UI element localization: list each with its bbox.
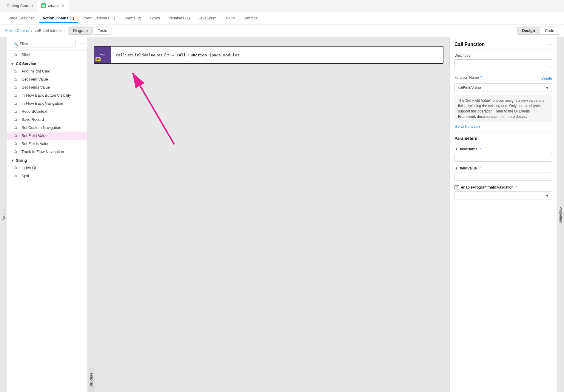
nav-page-designer[interactable]: Page Designer [5,13,38,23]
right-panel-header: Call Function ··· [450,37,557,50]
param-field-value-type-icon: ▲ [454,166,458,170]
breadcrumb-bar: Action Chains › vbEnterListener › Diagra… [0,24,564,37]
action-set-field-value[interactable]: fx Set Field Value [7,132,87,140]
param-field-value-label-row: ▲ fieldValue * [454,166,552,170]
nav-event-listeners[interactable]: Event Listeners (1) [79,13,119,23]
param-field-name-input[interactable] [454,153,552,162]
param-field-name: ▲ fieldName * [454,147,552,162]
tab-create[interactable]: ⬤ create ✕ [37,0,69,12]
action-index-of[interactable]: fx Index Of [7,164,87,172]
breadcrumb-sep1: › [31,28,32,33]
tab-getting-started[interactable]: Getting Started [2,0,37,12]
close-tab-button[interactable]: ✕ [62,4,65,8]
param-enable-prog-select-wrapper: ▼ [454,191,552,200]
tab-diagram[interactable]: Diagram [68,27,93,35]
function-description-box: The 'Set Field Value' function assigns a… [454,95,552,129]
string-chevron-icon: ▼ [11,159,14,162]
properties-side-label[interactable]: Properties [557,37,564,392]
description-input[interactable] [454,59,552,68]
tab-create-label: create [48,3,58,8]
search-icon: 🔍 [13,42,18,46]
node-icon: 〜 JS [94,47,111,63]
left-panel: 🔍 ··· fx Slice ▼ CX Service fx Add Insig… [7,37,88,392]
param-enable-programmatic-label: enableProgrammaticValidation [461,185,514,189]
tab-getting-started-label: Getting Started [7,4,33,8]
param-enable-prog-select[interactable] [454,191,552,200]
description-section: Description [450,50,557,72]
create-link[interactable]: Create [541,76,552,81]
arrow-annotation [118,61,222,156]
action-track-in-flow[interactable]: fx Track In Flow Navigation [7,148,87,156]
action-get-field-value[interactable]: fx Get Field Value [7,75,87,83]
nav-json[interactable]: JSON [221,13,239,23]
nav-settings[interactable]: Settings [240,13,261,23]
cx-service-title: CX Service [16,61,36,66]
param-enable-programmatic-label-row: □ enableProgrammaticValidation * [454,185,552,189]
nav-action-chains[interactable]: Action Chains (1) [39,13,78,23]
node-text: callSetFieldValueResult = Call Function … [111,49,244,61]
nav-javascript[interactable]: JavaScript [195,13,220,23]
js-badge: JS [95,57,101,61]
param-field-name-type-icon: ▲ [454,147,458,151]
actions-side-label[interactable]: Actions [0,37,7,392]
svg-line-1 [132,73,174,144]
node-rest-text: $page.modules [207,53,240,57]
structure-side-label[interactable]: Structure [88,368,95,392]
nav-variables[interactable]: Variables (1) [165,13,194,23]
parameters-section: ▲ fieldName * ▲ fieldValue * □ e [450,143,557,208]
filter-input[interactable] [20,41,73,46]
param-field-value-label: fieldValue [460,166,477,170]
param-field-name-label-row: ▲ fieldName * [454,147,552,151]
string-header[interactable]: ▼ String [7,156,87,164]
code-button[interactable]: Code [540,27,559,35]
nav-events[interactable]: Events (2) [120,13,145,23]
function-name-row: Function Name * Create [454,75,552,81]
action-get-fields-value[interactable]: fx Get Fields Value [7,83,87,91]
cx-service-header[interactable]: ▼ CX Service [7,59,87,67]
action-save-record[interactable]: fx Save Record [7,115,87,124]
parameters-header: Parameters [450,132,557,143]
breadcrumb-left: Action Chains › vbEnterListener › Diagra… [5,27,112,35]
tab-tests[interactable]: Tests [93,27,112,35]
param-enable-programmatic: □ enableProgrammaticValidation * ▼ [454,185,552,200]
nav-types[interactable]: Types [146,13,164,23]
action-add-insight-card[interactable]: fx Add Insight Card [7,67,87,75]
go-to-function-link[interactable]: Go to Function [454,124,480,129]
filter-input-wrap: 🔍 [11,40,76,47]
call-function-title: Call Function [454,42,485,47]
diagram-tests-tabs: Diagram Tests [68,27,112,35]
design-code-group: Design Code [517,27,559,35]
function-name-label: Function Name * [454,75,482,80]
more-options-button[interactable]: ··· [78,41,84,47]
breadcrumb-vb-enter: vbEnterListener [35,28,62,33]
action-split[interactable]: fx Split [7,172,87,180]
right-panel: Call Function ··· Description Function N… [449,37,557,392]
param-field-value-input[interactable] [454,172,552,181]
param-enable-prog-type-icon: □ [454,185,459,189]
function-description-text: The 'Set Field Value' function assigns a… [454,95,552,122]
node-code-text: callSetFieldValueResult = [116,53,177,57]
action-in-flow-back-nav[interactable]: fx In Flow Back Navigation [7,99,87,107]
action-in-flow-back-button[interactable]: fx In Flow Back Button Visibility [7,91,87,99]
top-tab-bar: Getting Started ⬤ create ✕ [0,0,564,12]
diagram-node[interactable]: 〜 JS callSetFieldValueResult = Call Func… [94,46,443,64]
create-tab-icon: ⬤ [41,3,46,8]
main-layout: Actions 🔍 ··· fx Slice ▼ CX Service fx A… [0,37,564,392]
node-bold-text: Call Function [177,53,207,57]
breadcrumb-action-chains[interactable]: Action Chains [5,28,29,33]
function-name-section: Function Name * Create setFieldValue ▼ T… [450,72,557,132]
action-record-context[interactable]: fx RecordContext [7,107,87,115]
string-title: String [16,158,27,163]
function-name-select-wrapper: setFieldValue ▼ [454,83,552,92]
nav-bar: Page Designer Action Chains (1) Event Li… [0,12,564,24]
right-panel-more-button[interactable]: ··· [546,42,552,47]
design-button[interactable]: Design [517,27,540,35]
action-item-slice[interactable]: fx Slice [7,51,87,59]
function-name-select[interactable]: setFieldValue [454,83,552,92]
filter-bar: 🔍 ··· [7,37,87,51]
fx-icon-slice: fx [14,53,19,57]
action-set-fields-value[interactable]: fx Set Fields Value [7,140,87,148]
slice-label: Slice [21,53,30,57]
action-set-custom-nav[interactable]: fx Set Custom Navigation [7,124,87,132]
diagram-area: 〜 JS callSetFieldValueResult = Call Func… [88,37,449,392]
